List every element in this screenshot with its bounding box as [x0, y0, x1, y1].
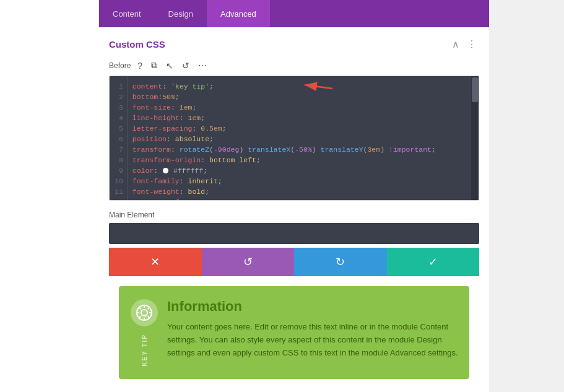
color-swatch-white [163, 168, 168, 173]
tab-design[interactable]: Design [155, 0, 207, 27]
code-line-4: line-height: 1em; [132, 113, 474, 123]
info-content: Information Your content goes here. Edit… [160, 298, 459, 367]
left-panel [0, 0, 99, 392]
code-line-12: text-transform: uppercase; [132, 197, 474, 200]
help-icon[interactable]: ? [136, 59, 144, 72]
svg-line-10 [148, 307, 150, 309]
svg-line-8 [139, 307, 141, 309]
kebab-icon[interactable]: ⋯ [196, 59, 209, 72]
confirm-button[interactable]: ✓ [387, 248, 480, 276]
cursor-icon[interactable]: ↖ [164, 59, 175, 72]
svg-line-11 [139, 316, 141, 318]
scrollbar-track[interactable] [471, 76, 479, 200]
undo-button[interactable]: ↺ [202, 248, 295, 276]
code-line-2: bottom:50%; [132, 92, 474, 102]
tab-content[interactable]: Content [99, 0, 155, 27]
scrollbar-thumb[interactable] [472, 77, 478, 102]
code-content[interactable]: content: 'key tip'; bottom:50%; font-siz… [128, 76, 479, 200]
code-line-9: color: #ffffff; [132, 165, 474, 176]
redo-button[interactable]: ↻ [294, 248, 387, 276]
main-element-section: Main Element [109, 211, 479, 244]
gear-svg [136, 304, 153, 321]
content-area: Custom CSS ∧ ⋮ Before ? ⧉ ↖ ↺ ⋯ 12345 67… [99, 27, 489, 392]
svg-point-3 [141, 310, 147, 316]
line-numbers: 12345 678910 111213 [110, 76, 128, 200]
tab-bar: Content Design Advanced [99, 0, 489, 27]
collapse-icon[interactable]: ∧ [449, 37, 462, 51]
css-toolbar: Before ? ⧉ ↖ ↺ ⋯ [109, 59, 479, 72]
section-controls: ∧ ⋮ [449, 37, 479, 51]
main-element-input[interactable] [109, 223, 479, 244]
code-editor-wrapper: 12345 678910 111213 content: 'key tip'; … [109, 76, 479, 201]
info-card-title: Information [167, 298, 459, 315]
right-panel [489, 0, 564, 392]
info-sidebar: KEY TIP [129, 298, 160, 367]
tab-advanced[interactable]: Advanced [207, 0, 270, 27]
code-line-5: letter-spacing: 0.5em; [132, 123, 474, 134]
code-editor[interactable]: 12345 678910 111213 content: 'key tip'; … [110, 76, 479, 200]
action-buttons: ✕ ↺ ↻ ✓ [109, 248, 479, 276]
custom-css-section-header: Custom CSS ∧ ⋮ [109, 37, 479, 51]
info-icon [131, 299, 158, 326]
copy-icon[interactable]: ⧉ [149, 59, 159, 72]
custom-css-title: Custom CSS [109, 39, 165, 50]
info-card: KEY TIP Information Your content goes he… [119, 286, 469, 379]
info-card-body: Your content goes here. Edit or remove t… [167, 321, 459, 359]
code-line-8: transform-origin: bottom left; [132, 155, 474, 165]
before-label: Before [109, 61, 131, 70]
svg-line-9 [148, 316, 150, 318]
code-line-1: content: 'key tip'; [132, 81, 474, 92]
code-line-10: font-family: inherit; [132, 176, 474, 186]
reset-icon[interactable]: ↺ [180, 59, 191, 72]
more-icon[interactable]: ⋮ [464, 37, 479, 51]
main-panel: Content Design Advanced Custom CSS ∧ ⋮ B… [99, 0, 489, 392]
code-line-6: position: absolute; [132, 134, 474, 144]
main-element-label: Main Element [109, 211, 479, 219]
code-line-7: transform: rotateZ(-90deg) translateX(-5… [132, 144, 474, 155]
cancel-button[interactable]: ✕ [109, 248, 202, 276]
code-line-3: font-size: 1em; [132, 102, 474, 113]
sidebar-rotated-text: KEY TIP [141, 334, 148, 367]
code-line-11: font-weight: bold; [132, 186, 474, 197]
